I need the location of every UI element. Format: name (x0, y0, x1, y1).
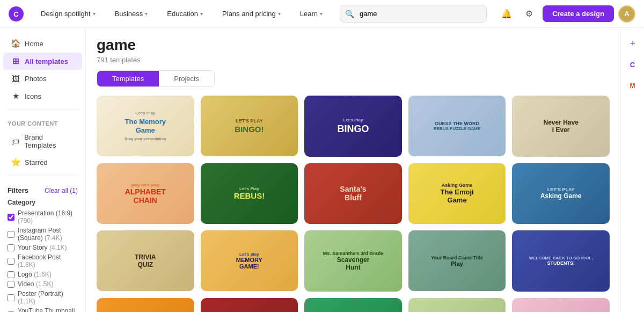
tab-projects[interactable]: Projects (159, 71, 214, 86)
icons-icon: ★ (11, 91, 20, 101)
logo[interactable]: C (9, 6, 24, 21)
template-card[interactable]: Let's Play BINGO! (512, 298, 610, 313)
nav-plans[interactable]: Plans and pricing ▾ (216, 6, 287, 21)
add-panel-button[interactable]: ＋ (624, 34, 641, 52)
template-card[interactable]: Let's Play BINGO (304, 96, 402, 157)
home-icon: 🏠 (11, 39, 20, 48)
starred-icon: ⭐ (11, 157, 20, 167)
templates-grid: Let's Play The MemoryGame Drag your pres… (97, 96, 610, 312)
template-card[interactable]: GUESS THE WORD REBUS PUZZLE GAME (408, 96, 506, 156)
template-card[interactable]: Let's Play REBUS! (201, 163, 298, 224)
create-design-button[interactable]: Create a design (543, 5, 614, 22)
filter-your-story[interactable]: Your Story (4.1K) (8, 244, 78, 251)
template-card[interactable]: THISOR THAT (408, 298, 506, 313)
template-card[interactable]: Never HaveI Ever (512, 96, 610, 157)
filter-video[interactable]: Video (1.5K) (8, 280, 78, 288)
sidebar-item-photos[interactable]: 🖼 Photos (3, 70, 82, 87)
template-card[interactable]: LET'S PLAY BINGO! (201, 96, 298, 156)
tab-templates[interactable]: Templates (97, 71, 159, 86)
filter-section: Filters Clear all (1) Category Presentat… (0, 180, 85, 312)
chevron-down-icon: ▾ (320, 11, 323, 17)
sidebar-divider (6, 109, 79, 110)
chevron-down-icon: ▾ (278, 11, 281, 17)
svg-text:C: C (13, 10, 19, 18)
photos-icon: 🖼 (11, 74, 20, 83)
sidebar-item-home[interactable]: 🏠 Home (3, 35, 82, 52)
sidebar-item-icons[interactable]: ★ Icons (3, 88, 82, 105)
nav-learn[interactable]: Learn ▾ (294, 6, 329, 21)
brand-icon: 🏷 (11, 137, 20, 146)
filter-title: Filters Clear all (1) (8, 186, 78, 194)
content-header: game 791 templates (97, 37, 610, 64)
main-area: 🏠 Home ⊞ All templates 🖼 Photos ★ Icons … (0, 28, 644, 312)
template-card[interactable]: Santa'sBluff (304, 163, 402, 224)
page-title: game (97, 37, 610, 54)
chevron-down-icon: ▾ (93, 11, 96, 17)
nav-education[interactable]: Education ▾ (160, 6, 209, 21)
category-filter-label: Category (8, 199, 78, 206)
template-card[interactable]: WELCOME BACK TO SCHOOL, STUDENTS! (512, 230, 610, 292)
search-input[interactable] (340, 5, 487, 23)
search-container: 🔍 (340, 5, 487, 23)
app-container: C Design spotlight ▾ Business ▾ Educatio… (0, 0, 644, 312)
tabs-bar: Templates Projects (97, 70, 215, 87)
clear-all-button[interactable]: Clear all (1) (45, 187, 78, 194)
topbar-actions: 🔔 ⚙ Create a design A (497, 5, 635, 23)
sidebar-item-all-templates[interactable]: ⊞ All templates (3, 53, 82, 70)
right-panel: ＋ C M (620, 28, 644, 312)
topbar: C Design spotlight ▾ Business ▾ Educatio… (0, 0, 644, 28)
template-card[interactable]: Let's Play The MemoryGame Drag your pres… (97, 96, 194, 156)
template-card[interactable]: THISOR THAT (97, 298, 194, 313)
template-card[interactable]: Asking Game The EmojiGame (408, 163, 506, 224)
template-card[interactable]: Let's play MEMORYGAME! (201, 230, 298, 291)
avatar[interactable]: A (618, 5, 635, 23)
sidebar-item-starred[interactable]: ⭐ Starred (3, 154, 82, 171)
canva-panel-button[interactable]: C (624, 56, 641, 73)
settings-button[interactable]: ⚙ (520, 5, 538, 23)
sidebar: 🏠 Home ⊞ All templates 🖼 Photos ★ Icons … (0, 28, 86, 312)
filter-facebook[interactable]: Facebook Post (1.8K) (8, 253, 78, 269)
grid-icon: ⊞ (11, 56, 20, 66)
template-card[interactable]: play let's play ALPHABETCHAIN (97, 163, 194, 224)
template-card[interactable]: Ms. Samantha's 3rd Grade ScavengerHunt (304, 230, 402, 292)
result-count: 791 templates (97, 56, 610, 64)
template-card[interactable]: LET'S PLAY Asking Game (512, 163, 610, 224)
sidebar-item-brand-templates[interactable]: 🏷 Brand Templates (3, 129, 82, 153)
filter-logo[interactable]: Logo (1.6K) (8, 271, 78, 278)
filter-instagram[interactable]: Instagram Post (Square) (7.4K) (8, 227, 78, 242)
filter-yt-thumb[interactable]: YouTube Thumbnail (840) (8, 307, 78, 312)
sidebar-divider-2 (6, 175, 79, 176)
template-card[interactable]: Digital Game Presentation LET'S PLAYBING… (304, 298, 402, 313)
content-area: game 791 templates Templates Projects Le… (86, 28, 620, 312)
nav-business[interactable]: Business ▾ (108, 6, 155, 21)
microsoft-panel-button[interactable]: M (624, 77, 641, 95)
search-icon: 🔍 (345, 10, 354, 18)
your-content-label: Your Content (0, 114, 85, 129)
filter-presentation[interactable]: Presentation (16:9) (790) (8, 209, 78, 224)
nav-design-spotlight[interactable]: Design spotlight ▾ (34, 6, 102, 21)
template-card[interactable]: TRIVIAQUIZ (97, 230, 194, 291)
chevron-down-icon: ▾ (200, 11, 203, 17)
chevron-down-icon: ▾ (145, 11, 148, 17)
filter-poster[interactable]: Poster (Portrait) (1.1K) (8, 290, 78, 305)
template-card[interactable]: BRAIN TEASERSRIDDLES (201, 298, 298, 313)
template-card[interactable]: Your Board Game Title Play (408, 230, 506, 291)
notifications-button[interactable]: 🔔 (497, 5, 516, 23)
